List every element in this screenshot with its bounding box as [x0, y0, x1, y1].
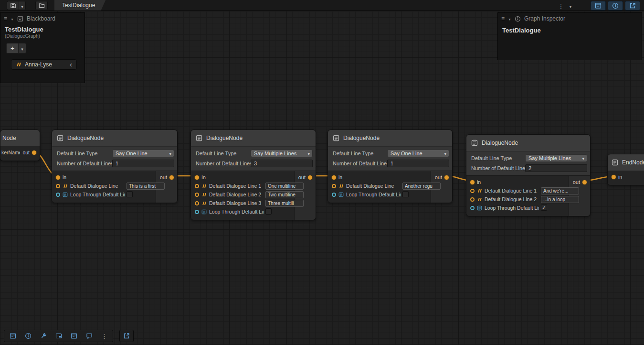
dialogue-line-port[interactable]: [56, 184, 60, 188]
line-type-dropdown[interactable]: Say Multiple Lines: [525, 154, 587, 162]
dialogue-line-port[interactable]: [470, 197, 475, 202]
num-lines-input[interactable]: 1: [387, 160, 449, 167]
blackboard-property-row[interactable]: Anna-Lyse: [11, 59, 77, 70]
loop-port[interactable]: [195, 210, 199, 214]
loop-label: Loop Through Default Lines?: [485, 205, 539, 211]
in-port[interactable]: [470, 180, 475, 184]
chevron-left-icon[interactable]: [70, 60, 72, 69]
out-port[interactable]: [308, 175, 312, 180]
speaker-node[interactable]: Node kerName out: [0, 129, 40, 161]
open-window-button[interactable]: [119, 330, 134, 342]
loop-port[interactable]: [56, 193, 60, 197]
node-title-bar[interactable]: EndNode: [608, 154, 644, 171]
panel-menu-icon[interactable]: [501, 15, 505, 22]
more-options-button[interactable]: [97, 331, 111, 341]
external-window-icon: [123, 333, 130, 339]
info-icon: [25, 333, 32, 339]
dialogue-preview-button[interactable]: [82, 331, 96, 341]
dialogue-node[interactable]: DialogueNode Default Line Type Say One L…: [327, 129, 453, 203]
dialogue-line-input[interactable]: Two multiline: [265, 191, 304, 198]
loop-checkbox[interactable]: [127, 191, 133, 197]
out-port[interactable]: [444, 175, 449, 180]
blackboard-title: Blackboard: [27, 15, 55, 22]
loop-checkbox[interactable]: ✓: [541, 205, 547, 211]
panels-toggle-button[interactable]: [67, 331, 81, 341]
loop-port[interactable]: [332, 193, 336, 197]
load-button[interactable]: [35, 1, 48, 10]
dialogue-node[interactable]: DialogueNode Default Line Type Say One L…: [52, 129, 178, 203]
boolean-icon: [477, 205, 482, 211]
graph-inspector-toggle-button[interactable]: [608, 1, 623, 11]
add-property-dropdown-button[interactable]: [19, 43, 26, 54]
loop-port[interactable]: [470, 206, 475, 210]
loop-label: Loop Through Default Lines?: [209, 209, 264, 215]
in-port-label: in: [338, 174, 342, 180]
node-title: DialogueNode: [343, 135, 380, 141]
dialogue-line-port[interactable]: [195, 201, 199, 205]
panel-menu-icon[interactable]: [4, 15, 7, 22]
quote-icon: [201, 201, 207, 206]
dialogue-line-input[interactable]: Three multili: [265, 200, 304, 207]
node-title-bar[interactable]: DialogueNode: [52, 130, 177, 146]
blackboard-toggle-button[interactable]: [6, 331, 20, 341]
line-type-dropdown[interactable]: Say One Line: [112, 150, 174, 157]
blackboard-toggle-button[interactable]: [591, 1, 606, 11]
in-port[interactable]: [332, 175, 336, 180]
loop-label: Loop Through Default Lines?: [346, 192, 401, 197]
dialogue-line-input[interactable]: This is a first: [127, 183, 165, 190]
tools-button[interactable]: [36, 331, 50, 341]
dialogue-node[interactable]: DialogueNode Default Line Type Say Multi…: [190, 129, 316, 220]
quote-icon: [16, 62, 21, 67]
open-window-button[interactable]: [625, 1, 640, 11]
dialogue-node[interactable]: DialogueNode Default Line Type Say Multi…: [466, 134, 591, 216]
node-title-bar[interactable]: DialogueNode: [328, 130, 452, 146]
node-title-bar[interactable]: DialogueNode: [191, 130, 316, 146]
num-lines-value: 1: [391, 161, 393, 166]
collapse-arrow-icon[interactable]: [508, 15, 511, 22]
blackboard-panel[interactable]: Blackboard TestDialogue (DialogueGraph) …: [0, 12, 85, 83]
out-port-label: out: [435, 174, 442, 180]
graph-breadcrumb-tab[interactable]: TestDialogue: [54, 0, 106, 11]
dialogue-line-input[interactable]: One multiline: [265, 183, 304, 190]
line-type-label: Default Line Type: [331, 151, 387, 156]
out-port[interactable]: [169, 175, 174, 180]
collapse-arrow-icon[interactable]: [11, 15, 14, 22]
in-port[interactable]: [56, 175, 60, 180]
quote-icon: [63, 183, 68, 189]
out-port[interactable]: [32, 151, 36, 155]
dialogue-line-input[interactable]: Another regu: [402, 183, 441, 190]
dialogue-line-port[interactable]: [332, 184, 336, 188]
graph-inspector-toggle-button[interactable]: [21, 331, 35, 341]
dialogue-line-port[interactable]: [195, 184, 199, 188]
graph-inspector-panel[interactable]: Graph Inspector TestDialogue: [497, 12, 642, 60]
num-lines-input[interactable]: 2: [525, 164, 587, 172]
save-button[interactable]: [7, 1, 19, 10]
add-property-button[interactable]: [6, 43, 19, 54]
line-type-dropdown[interactable]: Say One Line: [387, 150, 449, 157]
line-type-dropdown[interactable]: Say Multiple Lines: [251, 150, 313, 157]
quote-icon: [338, 183, 344, 189]
blackboard-icon: [71, 333, 77, 339]
toolbar-dropdown-button[interactable]: [567, 2, 574, 10]
node-title-bar[interactable]: DialogueNode: [466, 135, 590, 151]
num-lines-input[interactable]: 3: [251, 160, 313, 167]
in-port[interactable]: [195, 175, 199, 180]
loop-checkbox[interactable]: [265, 208, 272, 215]
loop-checkbox[interactable]: [402, 191, 409, 197]
num-lines-input[interactable]: 1: [112, 160, 174, 167]
dialogue-line-input[interactable]: ...in a loop: [541, 196, 579, 203]
dialogue-line-value: One multiline: [268, 183, 296, 189]
out-port[interactable]: [582, 180, 587, 184]
num-lines-label: Number of Default Lines: [55, 161, 112, 166]
node-title: DialogueNode: [482, 140, 518, 146]
save-options-button[interactable]: [19, 1, 26, 10]
in-port[interactable]: [612, 175, 616, 179]
node-title-bar[interactable]: Node: [0, 130, 40, 146]
dialogue-line-port[interactable]: [470, 189, 475, 193]
chevron-down-icon: [444, 151, 446, 156]
end-node[interactable]: EndNode in: [607, 154, 644, 185]
dialogue-line-port[interactable]: [195, 193, 199, 197]
more-options-button[interactable]: [557, 2, 565, 10]
dialogue-line-input[interactable]: And we're...: [541, 187, 579, 194]
minimap-toggle-button[interactable]: [52, 331, 65, 341]
